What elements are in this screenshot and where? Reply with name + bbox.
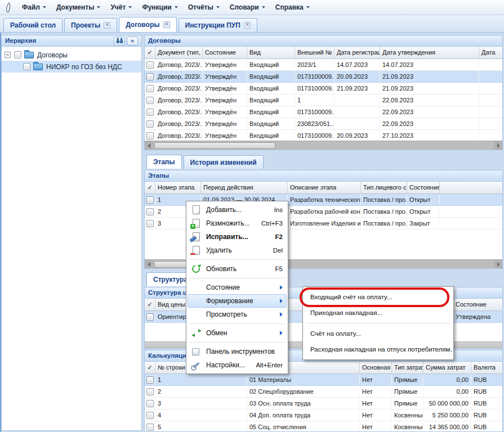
column-header-kind[interactable]: Вид — [247, 47, 295, 58]
context-menu-item[interactable]: Панель инструментов — [188, 345, 287, 358]
row-checkbox[interactable] — [146, 400, 154, 407]
row-checkbox[interactable] — [146, 61, 154, 69]
scroll-right-arrow-icon[interactable] — [494, 141, 502, 150]
row-checkbox[interactable] — [146, 388, 154, 395]
column-header-stage-no[interactable]: Номер этапа — [155, 182, 201, 194]
column-header-account-type[interactable]: Тип лицевого счёт — [361, 182, 407, 194]
context-menu-item[interactable]: Состояние — [188, 281, 287, 294]
row-checkbox[interactable] — [146, 97, 154, 104]
contract-row[interactable]: Договор, 2023/... Утверждён Входящий 017… — [145, 83, 502, 94]
tree-expander-icon[interactable] — [5, 52, 11, 58]
tree-node-checkbox[interactable] — [23, 63, 30, 70]
cell-currency: RUB — [471, 374, 502, 385]
column-header-cost-sum[interactable]: Сумма затрат — [423, 362, 471, 374]
row-checkbox[interactable] — [146, 220, 154, 227]
row-checkbox[interactable] — [146, 120, 154, 128]
context-menu-item[interactable]: Удалить Del — [188, 244, 287, 257]
contract-row[interactable]: Договор, 2023/... Утверждён Входящий 017… — [145, 130, 502, 142]
document-tab[interactable]: Проекты — [64, 18, 117, 32]
calculation-row[interactable]: 5 05 Соц. отчисления Нет Косвенные 14 36… — [145, 421, 502, 432]
column-header-description[interactable]: Описание этапа — [288, 182, 361, 194]
row-checkbox[interactable] — [146, 132, 154, 140]
tree-node[interactable]: Договоры — [2, 49, 141, 61]
row-checkbox[interactable] — [146, 73, 154, 80]
row-checkbox[interactable] — [146, 376, 154, 384]
contract-row[interactable]: Договор, 2023/... Утверждён Входящий 202… — [145, 59, 502, 71]
column-header-external-no[interactable]: Внешний № — [295, 47, 334, 58]
section-tab[interactable]: История изменений — [184, 155, 264, 169]
context-menu-item[interactable]: Исправить... F2 — [188, 230, 287, 244]
row-checkbox-cell — [145, 386, 155, 397]
tree-node-checkbox[interactable] — [14, 51, 21, 58]
column-header-date[interactable]: Дата — [479, 47, 502, 58]
context-menu-item[interactable]: Формирование — [188, 294, 287, 308]
calculation-row[interactable]: 2 02 Спецоборудование Нет Прямые 0,00 RU… — [145, 386, 502, 398]
column-header-cost-type[interactable]: Тип затрат — [392, 362, 423, 374]
context-menu-item[interactable]: Обмен — [188, 326, 287, 340]
search-button[interactable] — [114, 37, 125, 46]
section-tab[interactable]: Этапы — [146, 155, 182, 169]
row-checkbox[interactable] — [146, 412, 154, 419]
submenu-item[interactable]: Расходная накладная на отпуск потребител… — [304, 341, 452, 357]
menubar-item[interactable]: Отчёты — [183, 1, 225, 14]
context-menu-item[interactable]: Добавить... Ins — [188, 203, 287, 217]
column-header-state[interactable]: Состояние — [453, 299, 502, 310]
submenu-item[interactable]: Счёт на оплату... — [304, 326, 452, 341]
calculation-row[interactable]: 3 03 Осн. оплата труда Нет Прямые 50 000… — [145, 398, 502, 410]
row-checkbox[interactable] — [146, 109, 154, 116]
menubar-item[interactable]: Учёт — [105, 1, 137, 14]
column-header-check[interactable]: ✓ — [145, 362, 155, 374]
column-header-reg-date[interactable]: Дата регистрации. — [334, 47, 380, 58]
tree-node[interactable]: НИОКР по ГОЗ без НДС — [2, 61, 141, 73]
scroll-thumb[interactable] — [154, 142, 275, 149]
horizontal-scrollbar[interactable] — [145, 141, 502, 150]
contract-row[interactable]: Договор, 2023/... Утверждён Входящий 017… — [145, 106, 502, 118]
document-tab[interactable]: Инструкции ПУП — [179, 18, 257, 32]
context-menu-item[interactable]: Настройки... Alt+Enter — [188, 358, 287, 372]
row-checkbox[interactable] — [146, 85, 154, 92]
menubar-item[interactable]: Документы — [51, 1, 105, 14]
collapse-panel-button[interactable]: « — [127, 37, 138, 46]
column-header-approve-date[interactable]: Дата утверждения — [380, 47, 479, 58]
tab-close-icon[interactable] — [104, 22, 110, 29]
column-header-check[interactable]: ✓ — [145, 299, 155, 310]
menubar-item[interactable]: Функции — [137, 1, 182, 14]
scroll-left-arrow-icon[interactable] — [145, 260, 153, 268]
column-header-main[interactable]: Основная — [360, 362, 392, 374]
tab-close-icon[interactable] — [163, 21, 170, 28]
scroll-right-arrow-icon[interactable] — [494, 260, 502, 268]
cell-kind: Входящий — [247, 118, 295, 129]
menubar-item[interactable]: Словари — [225, 1, 270, 14]
menu-item-label: Просмотреть — [204, 310, 271, 318]
contract-row[interactable]: Договор, 2023/... Утверждён Входящий 230… — [145, 118, 502, 130]
context-menu-item[interactable]: Просмотреть — [188, 308, 287, 321]
submenu-item[interactable]: Входящий счёт на оплату... — [304, 289, 452, 305]
calculation-row[interactable]: 1 01 Материалы Нет Прямые 0,00 RUB — [145, 374, 502, 386]
column-header-check[interactable]: ✓ — [145, 182, 155, 194]
column-header-state[interactable]: Состояние — [407, 182, 440, 194]
column-header-state[interactable]: Состояние — [203, 47, 247, 58]
row-checkbox[interactable] — [146, 424, 154, 431]
column-header-document[interactable]: Документ (тип, № — [155, 47, 203, 58]
column-header-period[interactable]: Период действия — [201, 182, 288, 194]
context-menu-item[interactable]: Обновить F5 — [188, 262, 287, 276]
document-tab[interactable]: Договоры — [119, 17, 176, 32]
cell-kind: Входящий — [247, 130, 295, 141]
column-header-check[interactable]: ✓ — [145, 47, 155, 58]
contract-row[interactable]: Договор, 2023/... Утверждён Входящий 017… — [145, 71, 502, 83]
row-checkbox[interactable] — [146, 208, 154, 215]
contract-row[interactable]: Договор, 2023/... Утверждён Входящий 1 2… — [145, 94, 502, 106]
calculation-row[interactable]: 4 04 Доп. оплата труда Нет Косвенные 5 2… — [145, 410, 502, 421]
tab-close-icon[interactable] — [244, 22, 251, 29]
document-tab[interactable]: Рабочий стол — [3, 18, 63, 32]
submenu-item[interactable]: Приходная накладная... — [304, 305, 452, 321]
row-checkbox[interactable] — [146, 313, 154, 321]
menubar-item[interactable]: Файл — [17, 1, 51, 14]
context-menu-item[interactable]: Размножить... Ctrl+F3 — [188, 217, 287, 230]
cell-main: Нет — [360, 386, 392, 397]
menubar-item-label: Отчёты — [188, 3, 213, 11]
menubar-item[interactable]: Справка — [270, 1, 315, 14]
scroll-left-arrow-icon[interactable] — [145, 141, 153, 150]
row-checkbox[interactable] — [146, 196, 154, 204]
column-header-currency[interactable]: Валюта — [471, 362, 502, 374]
